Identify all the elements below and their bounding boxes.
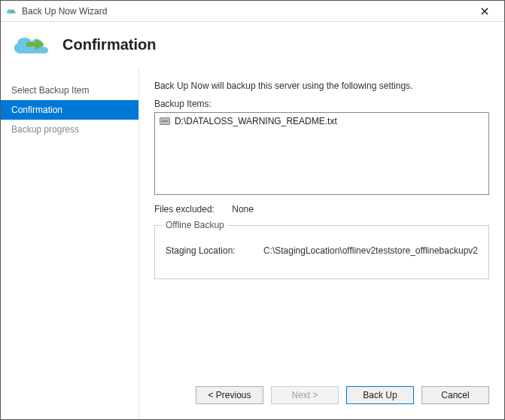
staging-location-label: Staging Location: xyxy=(166,245,263,256)
offline-backup-legend: Offline Backup xyxy=(163,220,227,230)
sidebar-item-backup-progress: Backup progress xyxy=(1,120,138,139)
files-excluded-row: Files excluded: None xyxy=(154,204,489,215)
close-button[interactable] xyxy=(470,1,500,22)
files-excluded-value: None xyxy=(232,204,254,215)
wizard-steps-sidebar: Select Backup Item Confirmation Backup p… xyxy=(1,67,139,419)
sidebar-item-confirmation[interactable]: Confirmation xyxy=(1,100,138,120)
wizard-header: Confirmation xyxy=(1,22,504,67)
wizard-button-row: < Previous Next > Back Up Cancel xyxy=(154,371,489,412)
main-area: Select Backup Item Confirmation Backup p… xyxy=(1,67,504,419)
titlebar: Back Up Now Wizard xyxy=(1,1,504,22)
window-title: Back Up Now Wizard xyxy=(22,6,107,17)
backup-item-path: D:\DATALOSS_WARNING_README.txt xyxy=(175,116,337,126)
backup-items-listbox[interactable]: D:\DATALOSS_WARNING_README.txt xyxy=(154,112,489,195)
wizard-content: Back Up Now will backup this server usin… xyxy=(139,67,504,419)
staging-location-value: C:\StagingLocation\offlinev2teststore_of… xyxy=(263,245,478,256)
next-button: Next > xyxy=(271,386,339,404)
offline-backup-group: Offline Backup Staging Location: C:\Stag… xyxy=(154,225,489,279)
drive-icon xyxy=(160,117,170,125)
page-title: Confirmation xyxy=(62,36,156,53)
app-icon xyxy=(5,5,17,17)
intro-text: Back Up Now will backup this server usin… xyxy=(154,81,489,91)
backup-items-label: Backup Items: xyxy=(154,99,489,109)
backup-button[interactable]: Back Up xyxy=(346,386,414,404)
cloud-backup-icon xyxy=(10,29,52,59)
files-excluded-label: Files excluded: xyxy=(154,204,230,215)
sidebar-item-select-backup-item[interactable]: Select Backup Item xyxy=(1,81,138,100)
previous-button[interactable]: < Previous xyxy=(196,386,263,404)
list-item[interactable]: D:\DATALOSS_WARNING_README.txt xyxy=(157,114,487,128)
cancel-button[interactable]: Cancel xyxy=(421,386,489,404)
